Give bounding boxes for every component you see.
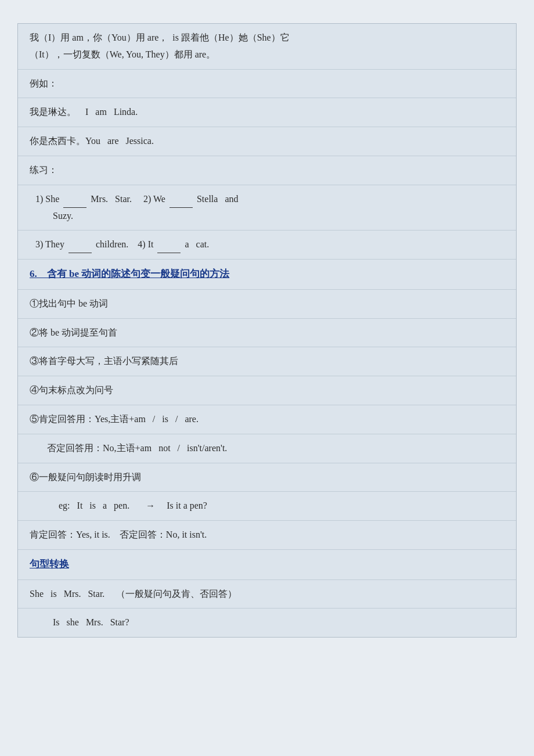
pattern2-text: Is she Mrs. Star?	[53, 617, 129, 627]
pattern2-section: Is she Mrs. Star?	[18, 609, 516, 637]
step6-section: ⑥一般疑问句朗读时用升调	[18, 463, 516, 492]
example2-section: 你是杰西卡。You are Jessica.	[18, 127, 516, 156]
example2-text: 你是杰西卡。You are Jessica.	[30, 136, 154, 146]
step3-text: ③将首字母大写，主语小写紧随其后	[30, 356, 178, 366]
example1-text: 我是琳达。 I am Linda.	[30, 107, 138, 117]
practice1-text: 1) She Mrs. Star. 2) We Stella and	[35, 194, 239, 204]
affirm-neg-section: 肯定回答：Yes, it is. 否定回答：No, it isn't.	[18, 521, 516, 550]
example1-section: 我是琳达。 I am Linda.	[18, 98, 516, 127]
step2-section: ②将 be 动词提至句首	[18, 319, 516, 348]
step5b-section: 否定回答用：No,主语+am not / isn't/aren't.	[18, 434, 516, 463]
eg-text: eg: It is a pen. → Is it a pen?	[59, 501, 207, 510]
affirm-neg-text: 肯定回答：Yes, it is. 否定回答：No, it isn't.	[30, 530, 207, 539]
step5a-text: ⑤肯定回答用：Yes,主语+am / is / are.	[30, 414, 199, 424]
step4-section: ④句末标点改为问号	[18, 376, 516, 405]
section6-heading-section: 6. 含有 be 动词的陈述句变一般疑问句的方法	[18, 260, 516, 290]
practice-label: 练习：	[30, 165, 57, 175]
pattern1-text: She is Mrs. Star. （一般疑问句及肯、否回答）	[30, 589, 237, 599]
examples-label: 例如：	[30, 78, 57, 88]
step6-text: ⑥一般疑问句朗读时用升调	[30, 472, 141, 482]
rule-section: 我（I）用 am，你（You）用 are， is 跟着他（He）她（She）它 …	[18, 24, 516, 70]
examples-label-section: 例如：	[18, 70, 516, 99]
section6-heading: 6. 含有 be 动词的陈述句变一般疑问句的方法	[30, 268, 229, 279]
step5b-text: 否定回答用：No,主语+am not / isn't/aren't.	[47, 443, 227, 453]
pattern1-section: She is Mrs. Star. （一般疑问句及肯、否回答）	[18, 580, 516, 609]
practice1-text2: Suzy.	[35, 208, 73, 225]
practice2-section: 3) They children. 4) It a cat.	[18, 231, 516, 260]
step4-text: ④句末标点改为问号	[30, 385, 113, 395]
eg-section: eg: It is a pen. → Is it a pen?	[18, 492, 516, 521]
page-container: 我（I）用 am，你（You）用 are， is 跟着他（He）她（She）它 …	[17, 23, 517, 638]
pattern-heading: 句型转换	[30, 559, 69, 570]
pattern-heading-section: 句型转换	[18, 550, 516, 580]
practice-label-section: 练习：	[18, 156, 516, 185]
step1-text: ①找出句中 be 动词	[30, 298, 108, 308]
practice2-text: 3) They children. 4) It a cat.	[35, 239, 209, 249]
practice1-section: 1) She Mrs. Star. 2) We Stella and Suzy.	[18, 185, 516, 231]
step5a-section: ⑤肯定回答用：Yes,主语+am / is / are.	[18, 405, 516, 434]
step1-section: ①找出句中 be 动词	[18, 290, 516, 319]
rule-text-2: （It），一切复数（We, You, They）都用 are。	[30, 49, 215, 59]
step3-section: ③将首字母大写，主语小写紧随其后	[18, 347, 516, 376]
rule-text: 我（I）用 am，你（You）用 are， is 跟着他（He）她（She）它	[30, 33, 290, 42]
step2-text: ②将 be 动词提至句首	[30, 327, 117, 337]
